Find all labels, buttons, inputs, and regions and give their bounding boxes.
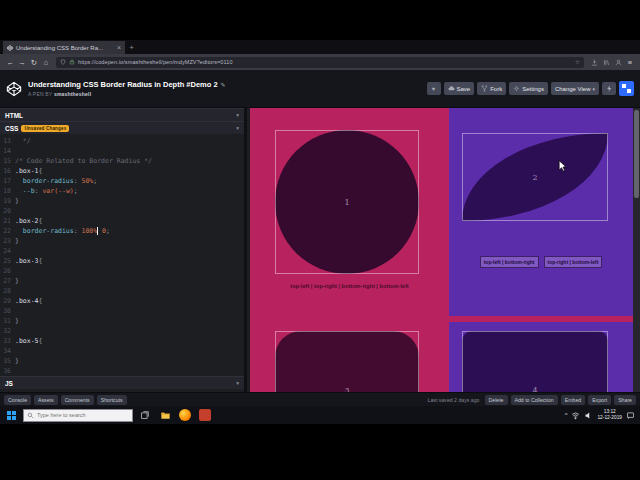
- box1-number: 1: [344, 198, 349, 207]
- chevron-down-icon[interactable]: ▾: [236, 112, 239, 118]
- letterbox-top: [0, 0, 640, 40]
- save-button[interactable]: Save: [444, 82, 475, 95]
- preview-pane: 1 top-left | top-right | bottom-right | …: [250, 108, 633, 392]
- css-panel-header[interactable]: CSS Unsaved Changes ▾: [0, 121, 244, 134]
- pen-footer: Console Assets Comments Shortcuts Last s…: [0, 392, 640, 406]
- folder-icon: [160, 410, 171, 421]
- back-button[interactable]: ←: [4, 56, 16, 68]
- change-view-button[interactable]: Change View ▾: [551, 82, 599, 95]
- user-avatar[interactable]: [619, 81, 634, 96]
- home-button[interactable]: ⌂: [40, 56, 52, 68]
- chip-top-left-bottom-right: top-left | bottom-right: [480, 256, 539, 268]
- account-button[interactable]: [612, 56, 624, 68]
- letterbox-bottom: [0, 424, 640, 480]
- demo-box-4: 4: [462, 331, 608, 392]
- settings-button[interactable]: Settings: [509, 82, 548, 95]
- export-button[interactable]: Export: [588, 395, 611, 405]
- bookmark-star-icon[interactable]: ☆: [575, 59, 580, 65]
- html-panel-header[interactable]: HTML ▾: [0, 108, 244, 121]
- chevron-down-icon[interactable]: ▾: [236, 380, 239, 386]
- heart-icon: ♥: [432, 86, 436, 92]
- browser-window: Understanding CSS Border Ra... × + ← → ↻…: [0, 40, 640, 424]
- box2-number: 2: [532, 173, 537, 182]
- like-button[interactable]: ♥: [427, 82, 441, 95]
- chevron-down-icon[interactable]: ▾: [236, 125, 239, 131]
- js-panel-label: JS: [5, 380, 13, 387]
- pen-title: Understanding CSS Border Radius in Depth…: [28, 80, 218, 89]
- start-button[interactable]: [3, 407, 19, 423]
- editor-workspace: HTML ▾ CSS Unsaved Changes ▾ 13 */1415/*…: [0, 108, 640, 392]
- system-tray: ^ 13:12 12-12-2019: [565, 409, 637, 421]
- cloud-icon: [448, 85, 455, 92]
- forward-button[interactable]: →: [16, 56, 28, 68]
- wifi-icon[interactable]: [571, 411, 580, 420]
- author-link[interactable]: smashtheshell: [54, 91, 91, 97]
- bolt-button[interactable]: [602, 82, 616, 95]
- tray-expand-button[interactable]: ^: [565, 412, 568, 418]
- fork-button[interactable]: Fork: [477, 82, 506, 95]
- volume-icon[interactable]: [584, 411, 593, 420]
- embed-button[interactable]: Embed: [561, 395, 585, 405]
- html-panel-label: HTML: [5, 112, 23, 119]
- code-editors-panel: HTML ▾ CSS Unsaved Changes ▾ 13 */1415/*…: [0, 108, 247, 392]
- footer-right: Last saved 2 days ago Delete Add to Coll…: [428, 395, 636, 405]
- browser-tab[interactable]: Understanding CSS Border Ra... ×: [3, 41, 125, 54]
- library-icon: [603, 59, 610, 66]
- new-tab-button[interactable]: +: [125, 40, 138, 54]
- share-button[interactable]: Share: [614, 395, 636, 405]
- css-code-editor[interactable]: 13 */1415/* Code Related to Border Radiu…: [0, 134, 244, 376]
- notification-center-button[interactable]: [626, 411, 635, 420]
- save-label: Save: [457, 86, 471, 92]
- assets-button[interactable]: Assets: [34, 395, 58, 405]
- js-panel-header[interactable]: JS ▾: [0, 376, 244, 389]
- browser-tab-bar: Understanding CSS Border Ra... × +: [0, 40, 640, 54]
- mouse-cursor: [558, 158, 567, 176]
- clock-date: 12-12-2019: [597, 415, 622, 421]
- downloads-button[interactable]: [588, 56, 600, 68]
- add-to-collection-button[interactable]: Add to Collection: [511, 395, 558, 405]
- firefox-icon: [179, 409, 191, 421]
- taskbar-search[interactable]: [23, 409, 133, 422]
- tab-close-icon[interactable]: ×: [117, 44, 121, 51]
- lock-icon[interactable]: [69, 59, 75, 65]
- shortcuts-button[interactable]: Shortcuts: [97, 395, 127, 405]
- browser-toolbar: ← → ↻ ⌂ https://codepen.io/smashtheshell…: [0, 54, 640, 70]
- url-text: https://codepen.io/smashtheshell/pen/mdy…: [78, 59, 572, 65]
- library-button[interactable]: [600, 56, 612, 68]
- pen-meta: Understanding CSS Border Radius in Depth…: [28, 80, 421, 97]
- edit-pen-icon[interactable]: ✎: [221, 81, 226, 88]
- task-view-button[interactable]: [137, 407, 153, 423]
- box2-captions: top-left | bottom-right top-right | bott…: [449, 256, 633, 268]
- page-scrollbar[interactable]: [633, 108, 640, 392]
- download-icon: [591, 59, 598, 66]
- codepen-logo-icon[interactable]: [6, 81, 22, 97]
- file-explorer-button[interactable]: [157, 407, 173, 423]
- search-icon: [27, 412, 34, 419]
- tab-title: Understanding CSS Border Ra...: [16, 45, 114, 51]
- demo-box-1: 1: [275, 130, 419, 274]
- last-saved-text: Last saved 2 days ago: [428, 397, 480, 403]
- gear-icon: [513, 85, 520, 92]
- screen: Understanding CSS Border Ra... × + ← → ↻…: [0, 0, 640, 480]
- app-button-3[interactable]: [197, 407, 213, 423]
- search-input[interactable]: [37, 412, 129, 418]
- app-icon-3: [199, 409, 211, 421]
- delete-button[interactable]: Delete: [485, 395, 508, 405]
- console-button[interactable]: Console: [4, 395, 31, 405]
- menu-button[interactable]: ≡: [624, 56, 636, 68]
- address-bar[interactable]: https://codepen.io/smashtheshell/pen/mdy…: [56, 57, 584, 68]
- fork-label: Fork: [490, 86, 502, 92]
- reload-button[interactable]: ↻: [28, 56, 40, 68]
- firefox-button[interactable]: [177, 407, 193, 423]
- css-panel-label: CSS: [5, 125, 18, 132]
- box1-caption: top-left | top-right | bottom-right | bo…: [250, 283, 449, 289]
- pen-header: Understanding CSS Border Radius in Depth…: [0, 70, 640, 108]
- scrollbar-thumb[interactable]: [634, 110, 639, 198]
- chevron-down-icon: ▾: [592, 86, 595, 92]
- taskbar-clock[interactable]: 13:12 12-12-2019: [597, 409, 622, 421]
- demo-box-2: 2: [462, 133, 608, 221]
- windows-logo-icon: [7, 411, 16, 420]
- account-icon: [615, 59, 622, 66]
- comments-button[interactable]: Comments: [61, 395, 94, 405]
- shield-icon[interactable]: [60, 59, 66, 65]
